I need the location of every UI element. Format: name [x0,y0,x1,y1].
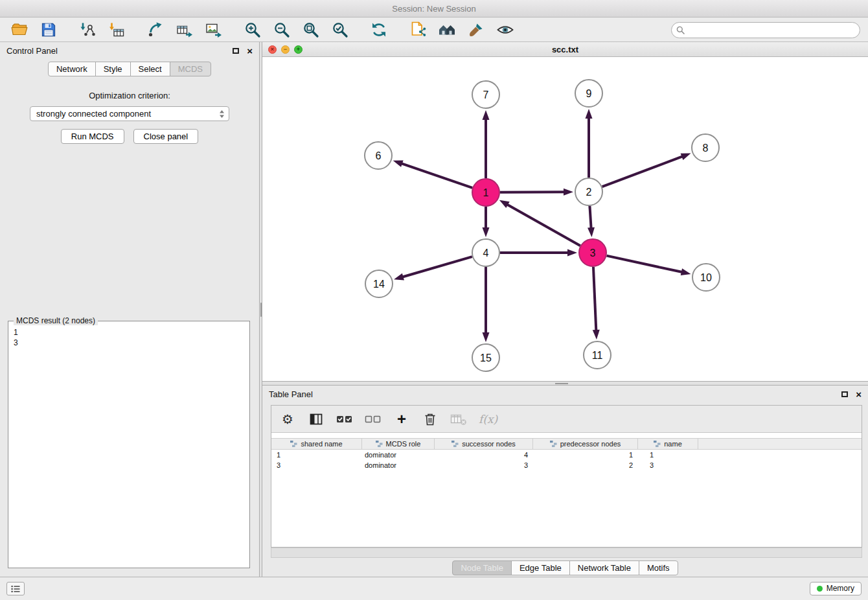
network-canvas[interactable]: 7968124314101511 [262,57,868,381]
zoom-in-button[interactable] [241,20,264,40]
table-cell: 4 [435,450,533,460]
node-14[interactable]: 14 [365,270,393,297]
edge-arrowhead [483,110,490,120]
table-toolbar: ⚙ + f(x) [271,406,862,433]
import-table-button[interactable] [105,20,128,40]
node-6[interactable]: 6 [365,142,392,169]
select-all-button[interactable] [336,411,353,428]
run-mcds-button[interactable]: Run MCDS [61,129,124,144]
edge-3-1[interactable] [505,203,580,246]
edge-1-2[interactable] [500,192,566,192]
view-group [406,20,517,40]
zoom-out-button[interactable] [270,20,293,40]
search-input[interactable] [671,22,860,38]
maximize-window-icon[interactable]: + [294,45,303,54]
function-builder-button[interactable]: f(x) [479,411,497,428]
export-table-button[interactable] [173,20,196,40]
node-4[interactable]: 4 [472,239,499,266]
tab-edge-table[interactable]: Edge Table [511,560,570,575]
table-row[interactable]: 1dominator411 [271,450,862,460]
node-table-box: ⚙ + f(x) shared nameMCDS rolesuccessor n… [271,405,862,548]
mcds-result-body: 13 [8,321,249,354]
edge-2-3[interactable] [589,206,591,230]
save-floppy-icon [40,21,57,38]
export-image-icon [205,21,222,38]
edge-2-8[interactable] [602,156,685,187]
tab-select[interactable]: Select [130,62,170,76]
column-header-name[interactable]: name [638,439,698,449]
edge-arrowhead [681,268,691,275]
tab-network-table[interactable]: Network Table [569,560,639,575]
mcds-buttons: Run MCDS Close panel [0,129,259,144]
table-row[interactable]: 3dominator323 [271,460,862,470]
edge-arrowhead [394,273,404,281]
export-image-button[interactable] [202,20,225,40]
task-history-button[interactable] [6,582,25,595]
criterion-value: strongly connected component [36,109,219,119]
close-panel-icon[interactable]: × [247,46,253,56]
zoom-fit-button[interactable] [299,20,323,40]
criterion-dropdown[interactable]: strongly connected component [30,106,229,121]
node-1[interactable]: 1 [472,179,499,206]
show-hide-button[interactable] [494,20,517,40]
show-columns-button[interactable] [308,411,325,428]
save-session-button[interactable] [37,20,60,40]
table-scrollbar[interactable] [271,548,862,558]
apply-style-button[interactable] [464,20,488,40]
edge-4-14[interactable] [401,257,472,277]
horizontal-splitter[interactable] [262,381,868,386]
tab-node-table[interactable]: Node Table [452,560,512,575]
delete-table-button[interactable] [450,411,467,428]
mcds-result-title: MCDS result (2 nodes) [14,316,98,325]
memory-button[interactable]: Memory [810,582,862,595]
minimize-window-icon[interactable]: − [281,45,290,54]
table-panel-header: Table Panel × [262,386,868,402]
edge-3-10[interactable] [606,256,683,273]
refresh-icon [371,21,387,38]
node-15[interactable]: 15 [472,344,499,371]
column-header-successor-nodes[interactable]: successor nodes [435,439,533,449]
open-session-button[interactable] [8,20,31,40]
node-8[interactable]: 8 [692,134,719,161]
share-network-button[interactable] [406,20,429,40]
node-10[interactable]: 10 [692,264,720,291]
refresh-button[interactable] [367,20,391,40]
home-button[interactable] [435,20,459,40]
float-panel-icon[interactable] [233,48,239,54]
node-7[interactable]: 7 [472,81,499,108]
tab-mcds[interactable]: MCDS [170,62,211,76]
zoom-selected-button[interactable] [328,20,352,40]
column-header-shared-name[interactable]: shared name [271,439,362,449]
edge-1-6[interactable] [400,163,472,187]
node-2[interactable]: 2 [575,178,602,205]
export-network-button[interactable] [144,20,167,40]
float-table-panel-icon[interactable] [841,391,848,397]
close-panel-button[interactable]: Close panel [133,129,199,144]
network-window: × − + scc.txt 7968124314101511 [262,42,868,381]
column-header-mcds-role[interactable]: MCDS role [362,439,435,449]
close-table-panel-icon[interactable]: × [856,389,862,399]
deselect-all-button[interactable] [365,411,382,428]
edge-3-11[interactable] [593,267,596,332]
delete-column-button[interactable] [422,411,439,428]
node-3[interactable]: 3 [579,239,606,266]
edge-arrowhead [586,109,593,119]
node-9[interactable]: 9 [575,80,602,107]
table-settings-button[interactable]: ⚙ [279,411,296,428]
search-box [671,22,860,38]
node-label: 9 [586,88,592,99]
network-window-titlebar[interactable]: × − + scc.txt [262,42,868,57]
gear-icon: ⚙ [282,413,293,426]
table-body: 1dominator4113dominator323 [271,450,862,470]
table-cell: 1 [271,450,362,460]
tab-network[interactable]: Network [48,62,96,76]
add-column-button[interactable]: + [393,411,410,428]
node-11[interactable]: 11 [584,341,611,369]
tab-motifs[interactable]: Motifs [639,560,678,575]
import-network-button[interactable] [76,20,99,40]
column-header-predecessor-nodes[interactable]: predecessor nodes [533,439,638,449]
function-icon: f(x) [479,413,497,426]
column-label: MCDS role [386,440,421,448]
tab-style[interactable]: Style [95,62,131,76]
close-window-icon[interactable]: × [268,45,277,54]
